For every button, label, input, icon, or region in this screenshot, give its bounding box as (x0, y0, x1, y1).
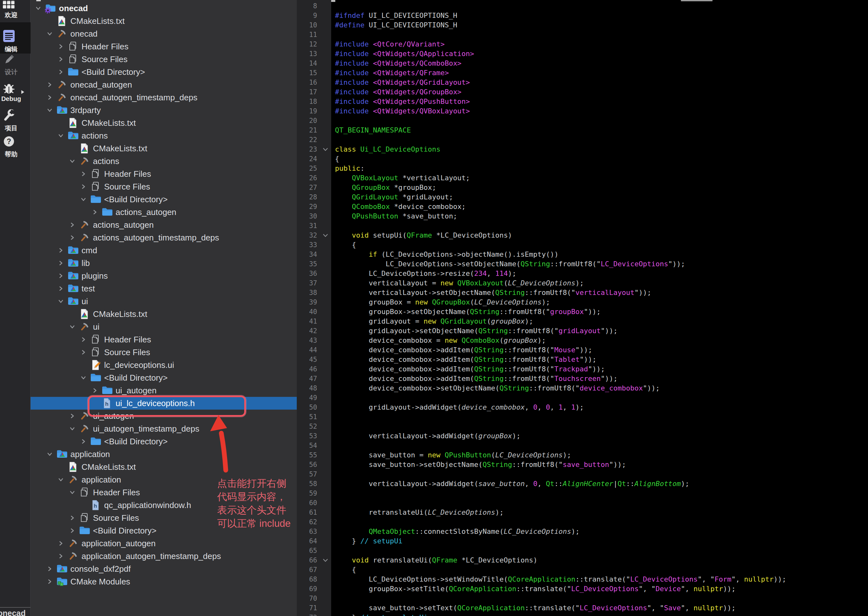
chevron-right-icon[interactable] (45, 575, 55, 588)
fold-marker-icon[interactable] (321, 145, 330, 154)
tree-row-lc-deviceoptions-ui[interactable]: lc_deviceoptions.ui (31, 359, 297, 371)
tree-row-cmakelists-txt[interactable]: CMakeLists.txt (31, 142, 297, 155)
scrollbar-fragment[interactable] (681, 0, 713, 1)
chevron-right-icon[interactable] (56, 257, 66, 269)
chevron-right-icon[interactable] (56, 537, 66, 550)
tree-row--build-directory-[interactable]: <Build Directory> (31, 435, 297, 448)
chevron-right-icon[interactable] (45, 91, 55, 104)
chevron-right-icon[interactable] (45, 79, 55, 91)
tree-row-header-files[interactable]: Header Files (31, 333, 297, 346)
fold-marker-icon[interactable] (321, 231, 330, 240)
line-number: 59 (297, 489, 317, 498)
chevron-down-icon[interactable] (45, 104, 55, 116)
chevron-down-icon[interactable] (78, 371, 88, 384)
chevron-right-icon[interactable] (78, 180, 88, 193)
chevron-down-icon[interactable] (67, 155, 77, 168)
tree-row-cmake-modules[interactable]: CMake Modules (31, 575, 297, 588)
tree-row-3rdparty[interactable]: 3rdparty (31, 104, 297, 116)
tree-row-source-files[interactable]: Source Files (31, 346, 297, 359)
chevron-right-icon[interactable] (67, 231, 77, 244)
tree-row-ui-autogen-timestamp-deps[interactable]: ui_autogen_timestamp_deps (31, 422, 297, 435)
line-number: 24 (297, 154, 317, 164)
tree-row-cmakelists-txt[interactable]: CMakeLists.txt (31, 460, 297, 473)
tree-row-onecad-autogen-timestamp-deps[interactable]: onecad_autogen_timestamp_deps (31, 91, 297, 104)
chevron-down-icon[interactable] (45, 448, 55, 460)
tree-row-test[interactable]: test (31, 282, 297, 295)
chevron-right-icon[interactable] (78, 333, 88, 346)
chevron-down-icon[interactable] (67, 422, 77, 435)
chevron-right-icon[interactable] (90, 206, 100, 218)
tree-row-cmakelists-txt[interactable]: CMakeLists.txt (31, 116, 297, 129)
tree-row-application-autogen[interactable]: application_autogen (31, 537, 297, 550)
tree-row-label: onecad_autogen (71, 80, 132, 90)
tree-row-cmakelists-txt[interactable]: CMakeLists.txt (31, 15, 297, 27)
line-number: 36 (297, 269, 317, 278)
tree-row-plugins[interactable]: plugins (31, 269, 297, 282)
docs-icon (90, 346, 101, 359)
chevron-right-icon[interactable] (45, 563, 55, 575)
chevron-right-icon[interactable] (78, 346, 88, 359)
chevron-right-icon[interactable] (56, 244, 66, 257)
tree-row-actions[interactable]: actions (31, 129, 297, 142)
code-line-28: QGridLayout *gridLayout; (335, 192, 453, 202)
flyout-arrow-icon[interactable] (20, 90, 25, 96)
tree-row-actions-autogen-timestamp-deps[interactable]: actions_autogen_timestamp_deps (31, 231, 297, 244)
tree-row-application-autogen-timestamp-deps[interactable]: application_autogen_timestamp_deps (31, 550, 297, 563)
tree-row-ui-autogen[interactable]: ui_autogen (31, 384, 297, 397)
tree-row--build-directory-[interactable]: <Build Directory> (31, 66, 297, 79)
line-number: 10 (297, 20, 317, 30)
tree-row-cmakelists-txt[interactable]: CMakeLists.txt (31, 308, 297, 321)
tree-row-source-files[interactable]: Source Files (31, 180, 297, 193)
chevron-right-icon[interactable] (78, 435, 88, 448)
chevron-right-icon[interactable] (67, 218, 77, 231)
tree-row-actions-autogen[interactable]: actions_autogen (31, 218, 297, 231)
chevron-right-icon[interactable] (90, 384, 100, 397)
tree-row-cmd[interactable]: cmd (31, 244, 297, 257)
tree-row--build-directory-[interactable]: <Build Directory> (31, 193, 297, 206)
tree-row-actions-autogen[interactable]: actions_autogen (31, 206, 297, 218)
tree-row-ui[interactable]: ui (31, 295, 297, 308)
chevron-right-icon[interactable] (56, 269, 66, 282)
tree-row-actions[interactable]: actions (31, 155, 297, 168)
tree-row-onecad[interactable]: onecad (31, 2, 297, 15)
chevron-down-icon[interactable] (45, 27, 55, 40)
chevron-down-icon[interactable] (67, 486, 77, 499)
chevron-down-icon[interactable] (33, 2, 43, 15)
chevron-down-icon[interactable] (56, 473, 66, 486)
tree-row-onecad-autogen[interactable]: onecad_autogen (31, 79, 297, 91)
chevron-down-icon[interactable] (78, 193, 88, 206)
tree-row-header-files[interactable]: Header Files (31, 40, 297, 53)
chevron-right-icon[interactable] (56, 282, 66, 295)
tree-row-onecad[interactable]: onecad (31, 27, 297, 40)
tree-row-header-files[interactable]: Header Files (31, 168, 297, 180)
tree-row-console-dxf2pdf[interactable]: console_dxf2pdf (31, 563, 297, 575)
code-line-41: gridLayout = new QGridLayout(groupBox); (335, 317, 533, 326)
code-line-40: groupBox->setObjectName(QString::fromUtf… (335, 307, 601, 317)
tree-row-label: Header Files (93, 488, 140, 498)
tree-row-ui[interactable]: ui (31, 321, 297, 333)
chevron-right-icon[interactable] (56, 550, 66, 563)
chevron-right-icon[interactable] (56, 53, 66, 66)
line-number: 9 (297, 11, 317, 20)
chevron-right-icon[interactable] (67, 524, 77, 537)
help-icon: ? (0, 136, 18, 147)
cmake-file-icon (79, 308, 90, 321)
chevron-down-icon[interactable] (56, 129, 66, 142)
tree-row-lib[interactable]: lib (31, 257, 297, 269)
fold-marker-icon[interactable] (321, 555, 330, 565)
line-number: 40 (297, 307, 317, 317)
chevron-right-icon[interactable] (67, 410, 77, 422)
cmake-file-icon (67, 116, 78, 129)
tree-row-source-files[interactable]: Source Files (31, 53, 297, 66)
chevron-right-icon[interactable] (78, 168, 88, 180)
tree-row-application[interactable]: application (31, 448, 297, 460)
chevron-right-icon[interactable] (67, 512, 77, 524)
chevron-right-icon[interactable] (56, 40, 66, 53)
code-line-69: groupBox->setTitle(QCoreApplication::tra… (335, 584, 736, 594)
tree-row--build-directory-[interactable]: <Build Directory> (31, 371, 297, 384)
line-number: 14 (297, 59, 317, 68)
chevron-down-icon[interactable] (56, 295, 66, 308)
chevron-right-icon[interactable] (56, 66, 66, 79)
chevron-down-icon[interactable] (67, 321, 77, 333)
kit-selector[interactable]: onecad (0, 609, 26, 616)
